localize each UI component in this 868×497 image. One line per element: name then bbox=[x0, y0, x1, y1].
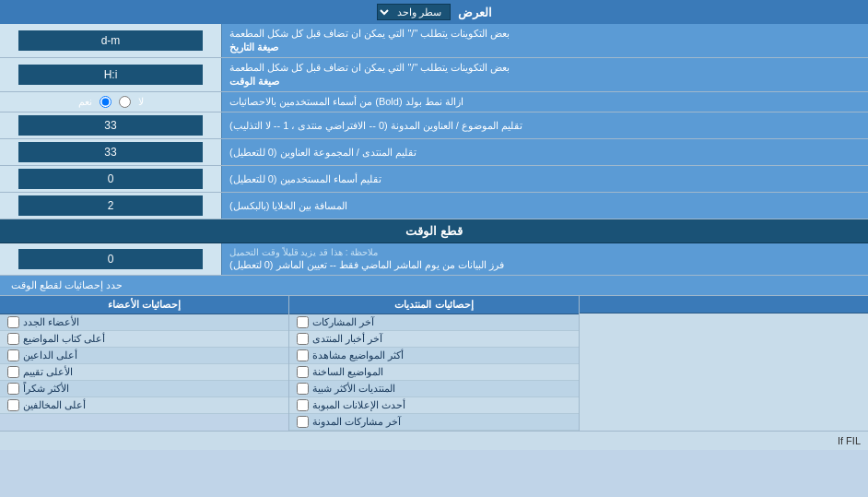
topic-order-label-cell: تقليم الموضوع / العناوين المدونة (0 -- ا… bbox=[221, 112, 868, 138]
checkbox-member-6: أعلى المخالفين bbox=[0, 397, 288, 414]
username-trim-row: تقليم أسماء المستخدمين (0 للتعطيل) bbox=[0, 166, 868, 193]
date-format-sublabel: بعض التكوينات يتطلب "/" التي يمكن ان تضا… bbox=[229, 28, 510, 40]
date-format-input-cell bbox=[0, 24, 221, 57]
member-stats-header: إحصائيات الأعضاء bbox=[0, 296, 288, 314]
checkbox-item-3: أكثر المواضيع مشاهدة bbox=[289, 348, 578, 364]
forum-stats-header: إحصائيات المنتديات bbox=[289, 296, 578, 314]
cb-forum-7[interactable] bbox=[297, 416, 309, 428]
checkbox-item-7: آخر مشاركات المدونة bbox=[289, 414, 578, 431]
cell-spacing-input-cell bbox=[0, 193, 221, 219]
member-stats-col: إحصائيات الأعضاء الأعضاء الجدد أعلى كتاب… bbox=[0, 296, 288, 431]
date-format-row: بعض التكوينات يتطلب "/" التي يمكن ان تضا… bbox=[0, 24, 868, 58]
cb-member-6[interactable] bbox=[7, 399, 19, 411]
checkbox-member-1: الأعضاء الجدد bbox=[0, 314, 288, 331]
cb-forum-6[interactable] bbox=[297, 399, 309, 411]
bold-yes-radio[interactable] bbox=[100, 96, 111, 108]
cell-spacing-label: المسافة بين الخلايا (بالبكسل) bbox=[229, 200, 348, 212]
checkbox-item-2: آخر أخبار المنتدى bbox=[289, 331, 578, 348]
checkbox-item-1: آخر المشاركات bbox=[289, 314, 578, 331]
cb-member-5[interactable] bbox=[7, 383, 19, 395]
main-container: العرض سطر واحدسطرينثلاثة أسطر بعض التكوي… bbox=[0, 0, 868, 450]
topic-order-label: تقليم الموضوع / العناوين المدونة (0 -- ا… bbox=[229, 120, 522, 132]
date-format-input[interactable] bbox=[18, 30, 203, 51]
date-format-label-cell: بعض التكوينات يتطلب "/" التي يمكن ان تضا… bbox=[221, 24, 868, 57]
cutoff-input[interactable] bbox=[18, 249, 203, 269]
cb-forum-1[interactable] bbox=[297, 316, 309, 328]
checkboxes-label-row: حدد إحصائيات لقطع الوقت bbox=[0, 276, 868, 296]
if-fil-text: If FIL bbox=[0, 431, 868, 450]
checkbox-member-2: أعلى كتاب المواضيع bbox=[0, 331, 288, 348]
cell-spacing-label-cell: المسافة بين الخلايا (بالبكسل) bbox=[221, 193, 868, 219]
bold-remove-row: ازالة نمط بولد (Bold) من أسماء المستخدمي… bbox=[0, 92, 868, 112]
forum-trim-row: تقليم المنتدى / المجموعة العناوين (0 للت… bbox=[0, 139, 868, 166]
time-format-row: بعض التكوينات يتطلب "/" التي يمكن ان تضا… bbox=[0, 58, 868, 92]
empty-col-header bbox=[580, 296, 868, 314]
bold-no-radio[interactable] bbox=[119, 96, 131, 108]
display-mode-select[interactable]: سطر واحدسطرينثلاثة أسطر bbox=[377, 4, 451, 20]
bold-no-label: لا bbox=[138, 96, 144, 108]
cell-spacing-row: المسافة بين الخلايا (بالبكسل) bbox=[0, 193, 868, 219]
topic-order-input-cell bbox=[0, 112, 221, 138]
cell-spacing-input[interactable] bbox=[18, 195, 203, 216]
checkbox-member-3: أعلى الداعين bbox=[0, 348, 288, 364]
cutoff-label-cell: ملاحظة : هذا قد يزيد قليلاً وقت التحميل … bbox=[221, 243, 868, 275]
empty-col bbox=[579, 296, 868, 431]
cutoff-input-cell bbox=[0, 243, 221, 275]
time-format-label-cell: بعض التكوينات يتطلب "/" التي يمكن ان تضا… bbox=[221, 58, 868, 91]
top-header-row: العرض سطر واحدسطرينثلاثة أسطر bbox=[0, 0, 868, 24]
bold-remove-input-cell: لا نعم bbox=[0, 92, 221, 112]
cb-forum-3[interactable] bbox=[297, 349, 309, 361]
checkboxes-section-label: حدد إحصائيات لقطع الوقت bbox=[0, 276, 868, 295]
checkbox-item-6: أحدث الإعلانات المبوبة bbox=[289, 397, 578, 414]
username-trim-input[interactable] bbox=[18, 169, 203, 189]
forum-trim-label: تقليم المنتدى / المجموعة العناوين (0 للت… bbox=[229, 147, 416, 159]
cb-member-2[interactable] bbox=[7, 333, 19, 345]
cutoff-note: ملاحظة : هذا قد يزيد قليلاً وقت التحميل bbox=[229, 247, 378, 257]
checkbox-member-4: الأعلى تقييم bbox=[0, 364, 288, 381]
username-trim-label: تقليم أسماء المستخدمين (0 للتعطيل) bbox=[229, 173, 381, 185]
bold-radio-group: لا نعم bbox=[78, 96, 144, 108]
topic-order-input[interactable] bbox=[18, 115, 203, 136]
time-format-input[interactable] bbox=[18, 65, 203, 85]
topic-order-row: تقليم الموضوع / العناوين المدونة (0 -- ا… bbox=[0, 112, 868, 139]
time-format-label: صيغة الوقت bbox=[229, 76, 279, 88]
username-trim-label-cell: تقليم أسماء المستخدمين (0 للتعطيل) bbox=[221, 166, 868, 192]
cutoff-row: ملاحظة : هذا قد يزيد قليلاً وقت التحميل … bbox=[0, 243, 868, 276]
cb-member-3[interactable] bbox=[7, 349, 19, 361]
forum-trim-input[interactable] bbox=[18, 142, 203, 162]
checkbox-item-5: المنتديات الأكثر شبية bbox=[289, 381, 578, 397]
cb-forum-2[interactable] bbox=[297, 333, 309, 345]
cb-forum-5[interactable] bbox=[297, 383, 309, 395]
cb-forum-4[interactable] bbox=[297, 366, 309, 378]
cutoff-section-header: قطع الوقت bbox=[0, 219, 868, 243]
date-format-label: صيغة التاريخ bbox=[229, 41, 278, 53]
checkboxes-grid: إحصائيات المنتديات آخر المشاركات آخر أخب… bbox=[0, 296, 868, 431]
time-format-input-cell bbox=[0, 58, 221, 91]
checkbox-item-4: المواضيع الساخنة bbox=[289, 364, 578, 381]
time-format-sublabel: بعض التكوينات يتطلب "/" التي يمكن ان تضا… bbox=[229, 62, 510, 74]
page-title: العرض bbox=[458, 6, 492, 19]
cutoff-label: فرز البيانات من يوم الماشر الماضي فقط --… bbox=[229, 259, 504, 271]
bold-remove-label-cell: ازالة نمط بولد (Bold) من أسماء المستخدمي… bbox=[221, 92, 868, 112]
bold-remove-label: ازالة نمط بولد (Bold) من أسماء المستخدمي… bbox=[229, 96, 463, 108]
checkbox-member-5: الأكثر شكراً bbox=[0, 381, 288, 397]
forum-trim-input-cell bbox=[0, 139, 221, 165]
forum-stats-col: إحصائيات المنتديات آخر المشاركات آخر أخب… bbox=[288, 296, 578, 431]
bold-yes-label: نعم bbox=[78, 96, 92, 108]
cb-member-4[interactable] bbox=[7, 366, 19, 378]
username-trim-input-cell bbox=[0, 166, 221, 192]
cb-member-1[interactable] bbox=[7, 316, 19, 328]
forum-trim-label-cell: تقليم المنتدى / المجموعة العناوين (0 للت… bbox=[221, 139, 868, 165]
